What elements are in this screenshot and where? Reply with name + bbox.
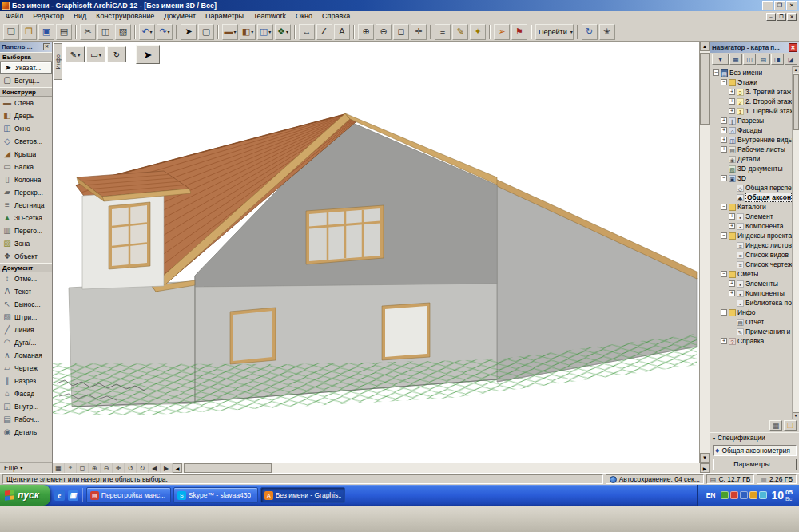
tool-door[interactable]: ◧Дверь [0, 109, 52, 122]
expand-icon[interactable]: + [721, 146, 727, 153]
angle-dimension-button[interactable]: ∠ [316, 24, 332, 40]
save-file-button[interactable]: ▣ [38, 24, 54, 40]
wall-tool-button[interactable]: ▬▾ [222, 24, 238, 40]
expand-icon[interactable]: + [729, 223, 735, 229]
arrow-tool-panel[interactable]: ➤ [136, 45, 160, 64]
project-chooser-button[interactable]: ▾ [712, 54, 729, 65]
favorites-button[interactable]: ✎▾ [66, 46, 85, 62]
close-button[interactable]: ✕ [786, 1, 797, 10]
front-window-right[interactable] [382, 303, 430, 360]
scroll-right-icon[interactable]: ▶ [700, 463, 710, 473]
tray-network[interactable] [740, 491, 748, 499]
print-button[interactable]: ▤ [56, 24, 72, 40]
orbit-ccw-button[interactable]: ↺ [125, 463, 137, 473]
text-tool-button[interactable]: A [334, 24, 350, 40]
tray-clock[interactable]: 10 05 Вс [772, 489, 793, 502]
tool-text[interactable]: AТекст [0, 285, 52, 298]
tool-zone[interactable]: ▨Зона [0, 237, 52, 250]
tree-item-story-2[interactable]: +22. Второй этаж [711, 97, 792, 106]
mdi-minimize-button[interactable]: – [766, 13, 776, 21]
gable-window[interactable] [306, 205, 384, 264]
horizontal-scrollbar[interactable]: ◀ ▶ [173, 463, 710, 473]
cut-button[interactable]: ✂ [80, 24, 96, 40]
collapse-icon[interactable]: − [713, 69, 719, 76]
dormer-window[interactable] [109, 202, 150, 269]
map-publisher-button[interactable]: ◨ [771, 54, 784, 65]
menu-file[interactable]: Файл [1, 11, 28, 22]
scroll-down-icon[interactable]: ▼ [700, 453, 710, 463]
zoom-in-button[interactable]: ⊕ [89, 463, 101, 473]
navigator-close-button[interactable]: ✕ [789, 43, 797, 52]
tree-item-sheet-index[interactable]: ≡Индекс листов [711, 240, 792, 250]
tree-item-story-1[interactable]: +11. Первый этаж [711, 106, 792, 116]
tree-item-worksheets[interactable]: +▤Рабочие листы [711, 145, 792, 154]
tree-item-report[interactable]: ▤Отчет [711, 317, 792, 327]
window-tool-button[interactable]: ◫▾ [257, 24, 273, 40]
tool-interior-elevation[interactable]: ◱Внутр... [0, 400, 52, 413]
tool-mesh-3d[interactable]: ▲3D-сетка [0, 212, 52, 224]
expand-icon[interactable]: + [721, 127, 727, 133]
internet-explorer-button[interactable]: e [54, 490, 66, 502]
tool-beam[interactable]: ▭Балка [0, 161, 52, 173]
toolbox-titlebar[interactable]: Панель ... ✕ [0, 42, 52, 52]
tool-detail[interactable]: ◉Деталь [0, 426, 52, 439]
zoom-in-button[interactable]: ⊕ [358, 24, 374, 40]
show-desktop-button[interactable]: ▣ [67, 490, 79, 502]
undo-button[interactable]: ↶▾ [139, 24, 155, 40]
tree-item-project-indexes[interactable]: −Индексы проекта [711, 231, 792, 240]
tool-pointer[interactable]: ➤Указат... [0, 62, 52, 74]
tool-worksheet[interactable]: ▤Рабоч... [0, 413, 52, 426]
tool-roof[interactable]: ◢Крыша [0, 148, 52, 161]
tree-item-schedule-element[interactable]: +▪Элемент [711, 212, 792, 221]
map-project-button[interactable]: ▦ [729, 54, 742, 65]
navigator-titlebar[interactable]: Навигатор - Карта п... ✕ [710, 42, 799, 53]
tool-stairs[interactable]: ≡Лестница [0, 199, 52, 212]
tree-item-story-3[interactable]: +33. Третий этаж [711, 87, 792, 97]
menu-options[interactable]: Параметры [201, 11, 248, 22]
redo-button[interactable]: ↷▾ [157, 24, 173, 40]
front-window-left[interactable] [230, 308, 276, 364]
open-file-button[interactable]: ❐ [21, 24, 37, 40]
menu-teamwork[interactable]: Teamwork [248, 11, 291, 22]
minimize-button[interactable]: – [762, 1, 773, 10]
tool-arc[interactable]: ◠Дуга/... [0, 336, 52, 349]
infobox-tab[interactable]: Инфо [54, 43, 62, 80]
tool-marquee[interactable]: ▢Бегущ... [0, 74, 52, 87]
titlebar[interactable]: Без имени - Graphisoft ArchiCAD 12 - [Бе… [0, 0, 799, 11]
object-tool-button[interactable]: ❖▾ [275, 24, 291, 40]
collapse-icon[interactable]: − [721, 232, 727, 239]
vscroll-thumb[interactable] [700, 53, 710, 125]
tree-item-elevations[interactable]: +⌂Фасады [711, 125, 792, 135]
tree-item-estimate-elements[interactable]: +▪Элементы [711, 279, 792, 288]
hscroll-track[interactable] [182, 463, 700, 473]
menu-design[interactable]: Конструирование [91, 11, 159, 22]
expand-icon[interactable]: + [729, 290, 735, 296]
menu-help[interactable]: Справка [317, 11, 355, 22]
dimension-button[interactable]: ↔ [299, 24, 315, 40]
tree-item-view-list[interactable]: ≡Список видов [711, 250, 792, 260]
3d-viewport[interactable] [53, 42, 699, 463]
start-button[interactable]: пуск [0, 485, 50, 506]
tool-window[interactable]: ◫Окно [0, 122, 52, 135]
tree-item-interior-views[interactable]: +◫Внутренние виды [711, 135, 792, 145]
tree-item-help[interactable]: +?Справка [711, 336, 792, 346]
collapse-icon[interactable]: − [721, 79, 727, 85]
toolbox-close-button[interactable]: ✕ [43, 43, 50, 50]
app-skype-taskbar-button[interactable]: SSkype™ - slavaa430 [173, 487, 258, 503]
tool-level-mark[interactable]: ↕Отме... [0, 272, 52, 285]
publisher-button[interactable]: ➢ [494, 24, 510, 40]
tree-item-sections[interactable]: +∥Разрезы [711, 116, 792, 125]
restore-button[interactable]: ❐ [774, 1, 785, 10]
tool-partition[interactable]: ▥Перего... [0, 224, 52, 237]
language-indicator[interactable]: EN [704, 490, 718, 500]
scroll-left-icon[interactable]: ◀ [173, 463, 182, 473]
pen-sets-button[interactable]: ✎ [452, 24, 468, 40]
map-views-button[interactable]: ◫ [743, 54, 756, 65]
previous-view-button[interactable]: ◀ [149, 463, 161, 473]
geometry-method-button[interactable]: ▭▾ [86, 46, 105, 62]
tree-item-view-3d[interactable]: −▣3D [711, 173, 792, 183]
toolbox-more[interactable]: Еще ▾ [0, 462, 52, 473]
pointer-button[interactable]: ➤ [181, 24, 197, 40]
orbit-button[interactable]: ↻ [582, 24, 598, 40]
collapse-icon[interactable]: − [721, 175, 727, 181]
